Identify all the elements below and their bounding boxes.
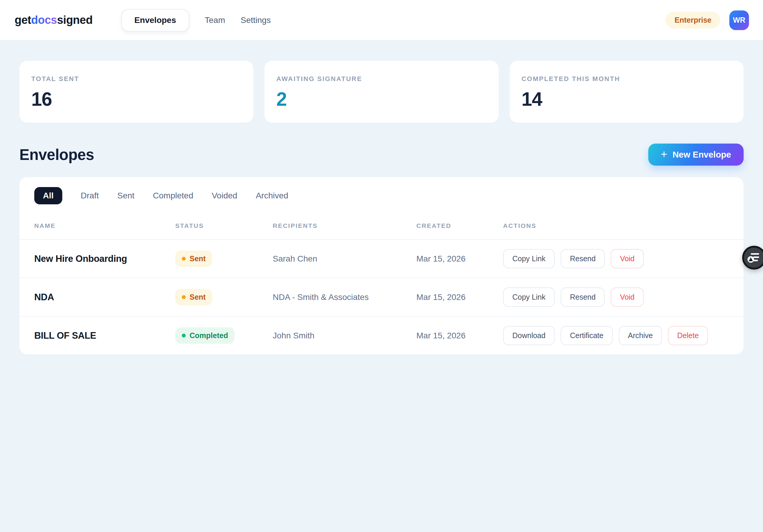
recipients-cell: Sarah Chen [273,254,416,264]
stat-value: 14 [522,88,732,110]
envelope-name: New Hire Onboarding [34,253,175,264]
table-row: NDA Sent NDA - Smith & Associates Mar 15… [19,278,744,316]
table-row: New Hire Onboarding Sent Sarah Chen Mar … [19,239,744,278]
envelopes-table-card: All Draft Sent Completed Voided Archived… [19,177,744,354]
download-button[interactable]: Download [503,326,555,345]
brand-part-signed: signed [57,14,92,26]
status-dot-icon [182,295,186,299]
filter-tab-sent[interactable]: Sent [117,187,134,204]
actions-cell: Copy Link Resend Void [503,288,729,307]
archive-button[interactable]: Archive [619,326,662,345]
created-cell: Mar 15, 2026 [416,293,503,302]
column-header-actions: ACTIONS [503,222,729,229]
status-label: Sent [189,254,206,263]
brand-part-get: get [15,14,31,26]
filter-tab-all[interactable]: All [34,187,62,204]
envelope-name: NDA [34,292,175,303]
column-header-status: STATUS [175,222,273,229]
stats-row: TOTAL SENT 16 AWAITING SIGNATURE 2 COMPL… [19,61,744,123]
topbar-right: Enterprise WR [666,10,749,30]
stat-label: COMPLETED THIS MONTH [522,75,732,83]
delete-button[interactable]: Delete [668,326,708,345]
actions-cell: Download Certificate Archive Delete [503,326,729,345]
new-envelope-button[interactable]: + New Envelope [648,143,744,166]
nav-item-settings[interactable]: Settings [241,16,271,25]
nav-item-team[interactable]: Team [205,16,225,25]
filter-tab-voided[interactable]: Voided [212,187,237,204]
column-header-recipients: RECIPIENTS [273,222,416,229]
column-header-created: CREATED [416,222,503,229]
plus-icon: + [661,149,667,160]
stat-label: AWAITING SIGNATURE [276,75,487,83]
envelope-name: BILL OF SALE [34,330,175,341]
list-pointer-icon [747,251,761,265]
page-title: Envelopes [19,146,94,163]
certificate-button[interactable]: Certificate [561,326,613,345]
copy-link-button[interactable]: Copy Link [503,249,555,268]
actions-cell: Copy Link Resend Void [503,249,729,268]
status-badge: Completed [175,327,235,344]
recipients-cell: NDA - Smith & Associates [273,293,416,302]
status-dot-icon [182,257,186,261]
status-badge: Sent [175,250,212,267]
table-row: BILL OF SALE Completed John Smith Mar 15… [19,316,744,354]
status-cell: Completed [175,327,273,344]
filter-tab-draft[interactable]: Draft [81,187,99,204]
void-button[interactable]: Void [611,249,644,268]
avatar[interactable]: WR [729,10,749,30]
status-dot-icon [182,334,186,337]
topbar: getdocssigned Envelopes Team Settings En… [0,0,763,41]
copy-link-button[interactable]: Copy Link [503,288,555,307]
stat-card-total-sent: TOTAL SENT 16 [19,61,253,123]
stat-value: 16 [31,88,241,110]
primary-nav: Envelopes Team Settings [121,9,271,32]
status-cell: Sent [175,289,273,305]
envelopes-section-head: Envelopes + New Envelope [19,143,744,166]
status-label: Completed [189,331,228,340]
main-content: TOTAL SENT 16 AWAITING SIGNATURE 2 COMPL… [0,61,763,354]
brand-logo: getdocssigned [15,14,93,27]
void-button[interactable]: Void [611,288,644,307]
column-header-name: NAME [34,222,175,229]
stat-card-awaiting-signature: AWAITING SIGNATURE 2 [265,61,498,123]
created-cell: Mar 15, 2026 [416,331,503,340]
status-cell: Sent [175,250,273,267]
floating-widget-button[interactable] [742,246,763,270]
filter-tab-archived[interactable]: Archived [256,187,288,204]
stat-label: TOTAL SENT [31,75,241,83]
status-label: Sent [189,293,206,302]
new-envelope-label: New Envelope [672,150,731,160]
brand-part-docs: docs [31,14,57,26]
filter-tab-completed[interactable]: Completed [153,187,193,204]
recipients-cell: John Smith [273,331,416,340]
created-cell: Mar 15, 2026 [416,254,503,264]
resend-button[interactable]: Resend [561,288,605,307]
stat-value: 2 [276,88,487,110]
nav-item-envelopes[interactable]: Envelopes [121,9,189,32]
status-badge: Sent [175,289,212,305]
resend-button[interactable]: Resend [561,249,605,268]
filter-tabs: All Draft Sent Completed Voided Archived [19,177,744,204]
stat-card-completed-this-month: COMPLETED THIS MONTH 14 [510,61,744,123]
table-header-row: NAME STATUS RECIPIENTS CREATED ACTIONS [19,204,744,239]
plan-badge: Enterprise [666,12,720,29]
